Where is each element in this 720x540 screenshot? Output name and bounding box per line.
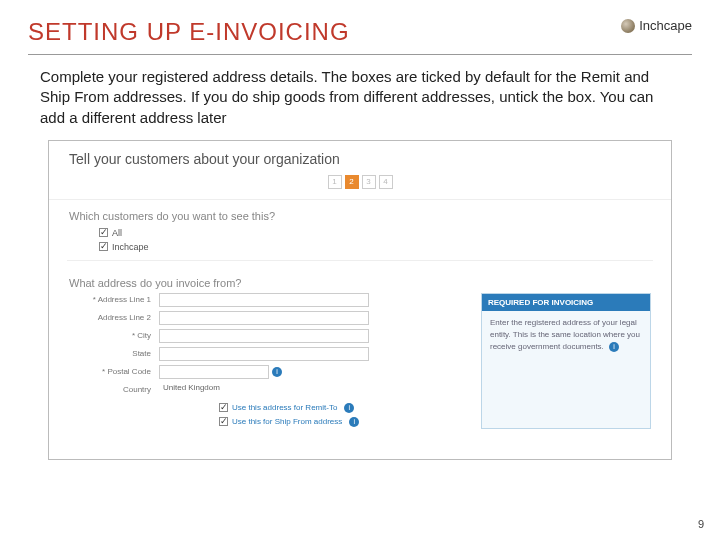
input-city[interactable]: [159, 329, 369, 343]
globe-icon: [621, 19, 635, 33]
select-country[interactable]: United Kingdom: [159, 383, 369, 397]
step-2[interactable]: 2: [345, 175, 359, 189]
label-state: State: [69, 349, 159, 358]
step-3[interactable]: 3: [362, 175, 376, 189]
callout-box: REQUIRED FOR INVOICING Enter the registe…: [481, 293, 651, 429]
label-postal: * Postal Code: [69, 367, 159, 376]
page-title: SETTING UP E-INVOICING: [28, 18, 350, 46]
checkbox-ship-label: Use this for Ship From address: [232, 417, 342, 426]
checkbox-remit-label: Use this address for Remit-To: [232, 403, 337, 412]
label-address1: * Address Line 1: [69, 295, 159, 304]
info-icon[interactable]: i: [272, 367, 282, 377]
checkbox-inchcape-label: Inchcape: [112, 242, 149, 252]
embedded-screenshot: Tell your customers about your organizat…: [48, 140, 672, 460]
step-indicator: 1 2 3 4: [49, 175, 671, 200]
divider: [28, 54, 692, 55]
callout-head: REQUIRED FOR INVOICING: [482, 294, 650, 311]
label-city: * City: [69, 331, 159, 340]
form-title: Tell your customers about your organizat…: [49, 141, 671, 175]
checkbox-inchcape[interactable]: [99, 242, 108, 251]
label-country: Country: [69, 385, 159, 394]
brand-logo: Inchcape: [621, 18, 692, 33]
info-icon[interactable]: i: [349, 417, 359, 427]
question-customers: Which customers do you want to see this?: [49, 200, 671, 226]
input-address2[interactable]: [159, 311, 369, 325]
logo-text: Inchcape: [639, 18, 692, 33]
light-divider: [67, 260, 653, 261]
checkbox-ship-from[interactable]: [219, 417, 228, 426]
input-address1[interactable]: [159, 293, 369, 307]
input-state[interactable]: [159, 347, 369, 361]
checkbox-remit-to[interactable]: [219, 403, 228, 412]
info-icon[interactable]: i: [609, 342, 619, 352]
step-1[interactable]: 1: [328, 175, 342, 189]
checkbox-all[interactable]: [99, 228, 108, 237]
checkbox-all-label: All: [112, 228, 122, 238]
info-icon[interactable]: i: [344, 403, 354, 413]
instruction-text: Complete your registered address details…: [0, 67, 720, 140]
page-number: 9: [698, 518, 704, 530]
input-postal[interactable]: [159, 365, 269, 379]
callout-body: Enter the registered address of your leg…: [482, 311, 650, 359]
label-address2: Address Line 2: [69, 313, 159, 322]
question-address: What address do you invoice from?: [49, 267, 671, 293]
step-4[interactable]: 4: [379, 175, 393, 189]
